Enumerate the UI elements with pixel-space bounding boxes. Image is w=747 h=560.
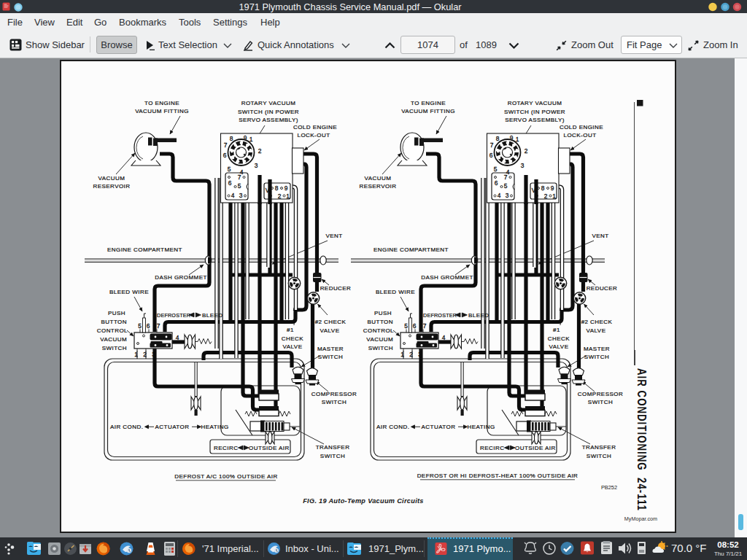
svg-text:PB252: PB252 [601, 484, 617, 491]
svg-text:AIR CONDITIONING 24-111: AIR CONDITIONING 24-111 [635, 368, 647, 511]
svg-text:70.0 °F: 70.0 °F [671, 542, 707, 554]
svg-text:DEFROST OR HI DEFROST-HEAT 100: DEFROST OR HI DEFROST-HEAT 100% OUTSIDE … [417, 472, 578, 479]
svg-text:Thu 7/1/21: Thu 7/1/21 [714, 551, 743, 557]
svg-text:FIG. 19 Auto-Temp Vacuum Circu: FIG. 19 Auto-Temp Vacuum Circuits [303, 497, 424, 505]
svg-text:DEFROST A/C 100% OUTSIDE AIR: DEFROST A/C 100% OUTSIDE AIR [174, 473, 277, 480]
svg-text:08:52: 08:52 [717, 540, 738, 549]
svg-text:MyMopar.com: MyMopar.com [624, 516, 657, 522]
